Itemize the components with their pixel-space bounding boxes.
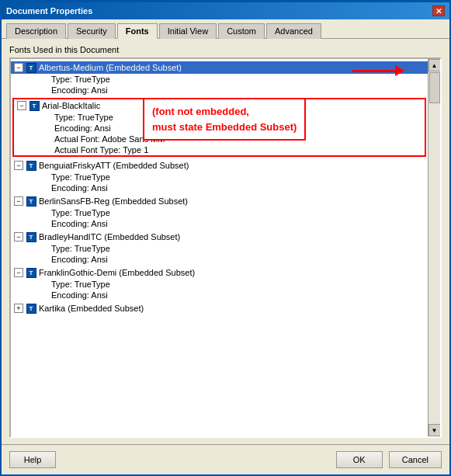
tab-initial-view[interactable]: Initial View: [159, 23, 217, 39]
font-prop-berlin-encoding: Encoding: Ansi: [11, 218, 428, 229]
font-icon-berlin: T: [26, 196, 36, 207]
ok-button[interactable]: OK: [336, 451, 383, 468]
expand-icon-albertus[interactable]: −: [14, 63, 23, 72]
expand-icon-berlin[interactable]: −: [14, 196, 23, 206]
document-properties-dialog: Document Properties ✕ Description Securi…: [0, 0, 451, 476]
font-name-berlin: BerlinSansFB-Reg (Embedded Subset): [39, 196, 188, 206]
font-item-benguiat[interactable]: − T BenguiatFriskyATT (Embedded Subset): [11, 159, 428, 172]
annotation-line1: (font not embedded,: [152, 106, 249, 117]
annotation-box: (font not embedded, must state Embedded …: [143, 98, 306, 141]
tab-security[interactable]: Security: [68, 23, 116, 39]
font-name-benguiat: BenguiatFriskyATT (Embedded Subset): [39, 161, 189, 170]
font-group-benguiat: − T BenguiatFriskyATT (Embedded Subset) …: [11, 158, 428, 194]
font-name-arial: Arial-BlackItalic: [42, 101, 100, 110]
expand-icon-benguiat[interactable]: −: [14, 161, 23, 170]
font-prop-berlin-type: Type: TrueType: [11, 207, 428, 218]
expand-icon-arial[interactable]: −: [17, 101, 26, 110]
font-name-bradley: BradleyHandITC (Embedded Subset): [39, 232, 180, 241]
font-name-kartika: Kartika (Embedded Subset): [39, 304, 144, 313]
close-button[interactable]: ✕: [432, 5, 445, 16]
expand-icon-bradley[interactable]: −: [14, 232, 23, 241]
scroll-track[interactable]: [428, 71, 440, 424]
font-icon-arial: T: [29, 100, 40, 111]
font-group-kartika: + T Kartika (Embedded Subset): [11, 301, 428, 315]
scroll-down-button[interactable]: ▼: [428, 424, 441, 436]
font-name-franklin: FranklinGothic-Demi (Embedded Subset): [39, 268, 195, 277]
font-icon-benguiat: T: [26, 160, 36, 171]
expand-icon-franklin[interactable]: −: [14, 268, 23, 277]
cancel-button[interactable]: Cancel: [389, 451, 442, 468]
bottom-bar: Help OK Cancel: [2, 444, 449, 474]
font-icon-franklin: T: [26, 267, 36, 278]
tab-advanced[interactable]: Advanced: [266, 23, 321, 39]
font-icon-albertus: T: [26, 62, 36, 73]
ok-cancel-group: OK Cancel: [336, 451, 442, 468]
font-prop-benguiat-encoding: Encoding: Ansi: [11, 182, 428, 193]
font-prop-bradley-encoding: Encoding: Ansi: [11, 254, 428, 265]
font-item-bradley[interactable]: − T BradleyHandITC (Embedded Subset): [11, 231, 428, 243]
expand-icon-kartika[interactable]: +: [14, 304, 23, 313]
help-button[interactable]: Help: [9, 451, 56, 468]
arrow-head: [395, 65, 404, 76]
scroll-up-button[interactable]: ▲: [428, 59, 441, 71]
tab-custom[interactable]: Custom: [218, 23, 265, 39]
dialog-title: Document Properties: [6, 6, 92, 16]
font-item-kartika[interactable]: + T Kartika (Embedded Subset): [11, 302, 428, 314]
content-area: Fonts Used in this Document − T Albertus…: [2, 39, 449, 444]
font-prop-albertus-encoding: Encoding: Ansi: [11, 85, 428, 96]
font-group-berlin: − T BerlinSansFB-Reg (Embedded Subset) T…: [11, 194, 428, 230]
scroll-thumb[interactable]: [429, 72, 440, 103]
tab-fonts[interactable]: Fonts: [117, 23, 158, 39]
font-prop-franklin-type: Type: TrueType: [11, 279, 428, 290]
annotation-line2: must state Embedded Subset): [152, 121, 297, 133]
font-item-berlin[interactable]: − T BerlinSansFB-Reg (Embedded Subset): [11, 195, 428, 207]
font-group-bradley: − T BradleyHandITC (Embedded Subset) Typ…: [11, 230, 428, 266]
font-prop-bradley-type: Type: TrueType: [11, 243, 428, 254]
font-prop-arial-actual-font-type: Actual Font Type: Type 1: [14, 144, 425, 155]
tabs-bar: Description Security Fonts Initial View …: [2, 19, 449, 39]
font-icon-kartika: T: [26, 303, 36, 314]
fonts-list[interactable]: − T Albertus-Medium (Embedded Subset) Ty…: [11, 59, 428, 436]
font-icon-bradley: T: [26, 231, 36, 242]
tab-description[interactable]: Description: [6, 23, 66, 39]
font-prop-franklin-encoding: Encoding: Ansi: [11, 290, 428, 301]
font-group-albertus: − T Albertus-Medium (Embedded Subset) Ty…: [11, 61, 428, 96]
arrow-annotation: [352, 65, 404, 76]
fonts-panel: − T Albertus-Medium (Embedded Subset) Ty…: [9, 57, 442, 438]
font-name-albertus: Albertus-Medium (Embedded Subset): [39, 63, 182, 72]
font-prop-benguiat-type: Type: TrueType: [11, 172, 428, 182]
scrollbar: ▲ ▼: [428, 59, 440, 436]
title-bar: Document Properties ✕: [2, 2, 449, 19]
arrow-line: [352, 70, 395, 72]
font-item-franklin[interactable]: − T FranklinGothic-Demi (Embedded Subset…: [11, 266, 428, 279]
section-label: Fonts Used in this Document: [9, 45, 442, 54]
font-group-franklin: − T FranklinGothic-Demi (Embedded Subset…: [11, 266, 428, 301]
